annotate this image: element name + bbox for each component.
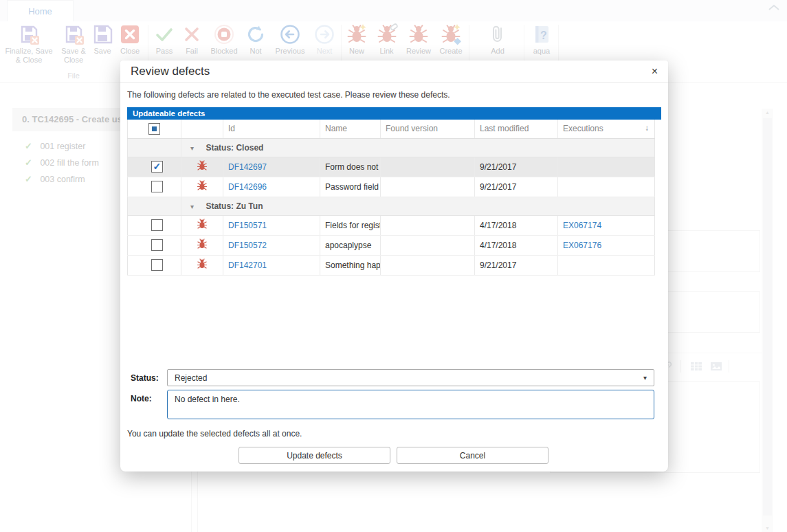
dialog-titlebar: Review defects × xyxy=(120,60,668,83)
close-icon[interactable]: × xyxy=(652,66,658,77)
defect-row[interactable]: DF142696 Password field does n… 9/21/201… xyxy=(128,177,655,197)
group-collapse-icon[interactable] xyxy=(190,203,194,210)
execution-link[interactable]: EX067174 xyxy=(563,221,601,230)
defect-id-link[interactable]: DF142701 xyxy=(228,261,267,270)
group-label: Status: Closed xyxy=(206,143,263,153)
panel-title: Updateable defects xyxy=(127,107,661,120)
note-input[interactable]: No defect in here. xyxy=(167,390,654,419)
updateable-defects-panel: Updateable defects Id Name Found version… xyxy=(127,107,661,276)
defect-last-modified: 4/17/2018 xyxy=(475,235,558,255)
review-defects-dialog: Review defects × The following defects a… xyxy=(120,60,668,472)
defect-last-modified: 9/21/2017 xyxy=(475,157,558,177)
group-collapse-icon[interactable] xyxy=(190,144,194,152)
bug-icon xyxy=(197,164,208,173)
column-header-found-version[interactable]: Found version xyxy=(381,120,475,138)
note-label: Note: xyxy=(131,394,152,403)
sort-descending-icon[interactable]: ↓ xyxy=(645,123,649,133)
row-checkbox[interactable] xyxy=(151,181,163,192)
row-checkbox[interactable] xyxy=(151,259,163,271)
defect-executions xyxy=(558,157,655,177)
defect-executions xyxy=(558,177,655,197)
defect-name: apocaplypse xyxy=(320,235,381,255)
column-header-executions[interactable]: Executions ↓ xyxy=(558,120,655,138)
defect-last-modified: 9/21/2017 xyxy=(475,255,558,275)
bug-icon xyxy=(197,184,208,193)
dialog-hint: You can update the selected defects all … xyxy=(127,429,302,439)
status-select[interactable]: Rejected xyxy=(167,369,654,386)
defect-last-modified: 9/21/2017 xyxy=(475,177,558,197)
bug-icon xyxy=(197,262,208,271)
execution-link[interactable]: EX067176 xyxy=(563,241,601,250)
defect-last-modified: 4/17/2018 xyxy=(475,215,558,235)
status-value: Rejected xyxy=(175,373,207,383)
cancel-button[interactable]: Cancel xyxy=(397,447,548,464)
dialog-description: The following defects are related to the… xyxy=(127,90,661,100)
dialog-title: Review defects xyxy=(131,65,652,78)
row-checkbox[interactable] xyxy=(151,239,163,251)
defect-found-version xyxy=(381,215,475,235)
defect-row[interactable]: DF150571 Fields for registration … 4/17/… xyxy=(128,215,655,235)
bug-icon xyxy=(197,242,208,252)
group-row[interactable]: Status: Zu Tun xyxy=(128,197,655,215)
defect-row[interactable]: DF142701 Something happened. 9/21/2017 xyxy=(128,255,655,275)
defect-found-version xyxy=(381,177,475,197)
defect-row[interactable]: DF150572 apocaplypse 4/17/2018 EX067176 xyxy=(128,235,655,255)
defect-name: Password field does n… xyxy=(320,177,381,197)
defect-name: Something happened. xyxy=(320,255,381,275)
row-checkbox[interactable] xyxy=(151,161,163,173)
row-checkbox[interactable] xyxy=(151,219,163,231)
defect-id-link[interactable]: DF142697 xyxy=(228,162,267,172)
status-label: Status: xyxy=(131,373,159,383)
table-header-row: Id Name Found version Last modified Exec… xyxy=(128,120,655,138)
chevron-down-icon xyxy=(643,374,647,381)
defect-executions xyxy=(558,255,655,275)
defect-id-link[interactable]: DF150572 xyxy=(228,241,267,250)
group-label: Status: Zu Tun xyxy=(206,201,263,211)
defect-found-version xyxy=(381,255,475,275)
update-defects-button[interactable]: Update defects xyxy=(239,447,390,464)
group-row[interactable]: Status: Closed xyxy=(128,138,655,157)
column-header-last-modified[interactable]: Last modified xyxy=(475,120,558,138)
column-header-id[interactable]: Id xyxy=(223,120,320,138)
defect-id-link[interactable]: DF150571 xyxy=(228,221,267,230)
select-all-checkbox[interactable] xyxy=(148,123,160,135)
defect-name: Fields for registration … xyxy=(320,215,381,235)
bug-icon xyxy=(197,222,208,232)
defect-id-link[interactable]: DF142696 xyxy=(228,182,267,192)
app-window: Home Finalize, Save & Close Save & Close xyxy=(0,0,787,532)
defect-name: Form does not work c… xyxy=(320,157,381,177)
defect-found-version xyxy=(381,235,475,255)
defects-table: Id Name Found version Last modified Exec… xyxy=(127,120,655,276)
defect-row[interactable]: DF142697 Form does not work c… 9/21/2017 xyxy=(128,157,655,177)
column-header-name[interactable]: Name xyxy=(320,120,381,138)
defect-found-version xyxy=(381,157,475,177)
icon-column-header xyxy=(181,120,223,138)
